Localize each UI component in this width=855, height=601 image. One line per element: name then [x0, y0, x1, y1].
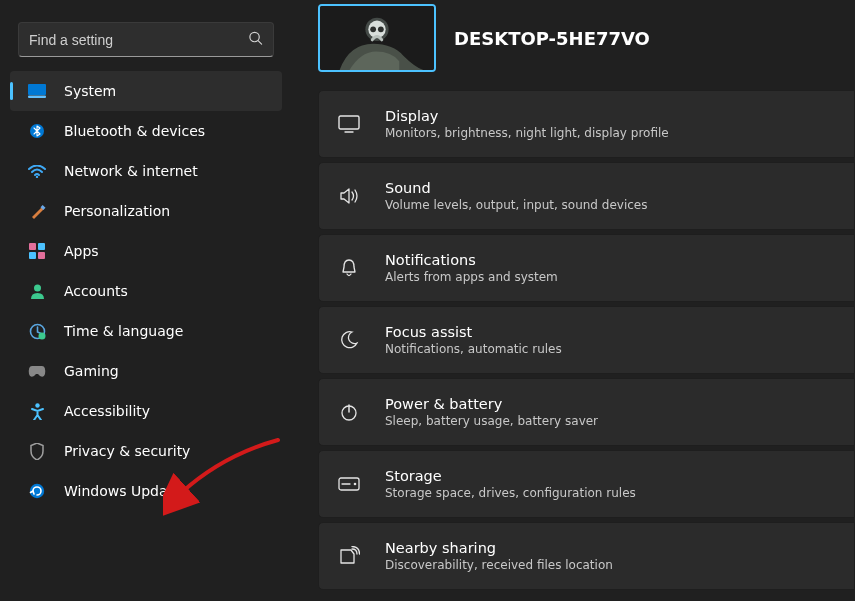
sidebar-item-personalization[interactable]: Personalization: [10, 191, 282, 231]
card-storage[interactable]: Storage Storage space, drives, configura…: [318, 450, 855, 518]
card-subtitle: Alerts from apps and system: [385, 269, 558, 285]
svg-rect-10: [38, 252, 45, 259]
card-power-battery[interactable]: Power & battery Sleep, battery usage, ba…: [318, 378, 855, 446]
svg-point-0: [250, 32, 259, 41]
card-subtitle: Volume levels, output, input, sound devi…: [385, 197, 647, 213]
card-subtitle: Monitors, brightness, night light, displ…: [385, 125, 669, 141]
svg-point-14: [35, 403, 39, 407]
nearby-share-icon: [331, 546, 367, 566]
sidebar-item-windows-update[interactable]: Windows Update: [10, 471, 282, 511]
sidebar-item-label: Gaming: [64, 363, 119, 379]
card-sound[interactable]: Sound Volume levels, output, input, soun…: [318, 162, 855, 230]
card-title: Focus assist: [385, 323, 562, 341]
sidebar-item-label: Accounts: [64, 283, 128, 299]
sidebar-item-label: System: [64, 83, 116, 99]
card-display[interactable]: Display Monitors, brightness, night ligh…: [318, 90, 855, 158]
card-subtitle: Sleep, battery usage, battery saver: [385, 413, 598, 429]
svg-rect-2: [28, 84, 46, 95]
svg-point-20: [378, 26, 384, 32]
display-icon: [331, 115, 367, 133]
svg-rect-7: [29, 243, 36, 250]
svg-rect-21: [339, 116, 359, 129]
card-subtitle: Discoverability, received files location: [385, 557, 613, 573]
sidebar-item-label: Windows Update: [64, 483, 182, 499]
svg-point-19: [370, 26, 376, 32]
sidebar-item-system[interactable]: System: [10, 71, 282, 111]
sidebar-item-gaming[interactable]: Gaming: [10, 351, 282, 391]
svg-point-5: [36, 175, 38, 177]
svg-point-26: [354, 483, 357, 486]
system-card-list: Display Monitors, brightness, night ligh…: [318, 90, 855, 590]
sidebar-item-accessibility[interactable]: Accessibility: [10, 391, 282, 431]
search-input-wrap[interactable]: [18, 22, 274, 57]
system-icon: [28, 82, 46, 100]
sidebar-item-time-language[interactable]: Time & language: [10, 311, 282, 351]
sidebar-item-privacy[interactable]: Privacy & security: [10, 431, 282, 471]
sidebar-item-label: Accessibility: [64, 403, 150, 419]
sidebar-item-label: Privacy & security: [64, 443, 190, 459]
wifi-icon: [28, 162, 46, 180]
card-title: Notifications: [385, 251, 558, 269]
search-icon: [248, 30, 263, 49]
bluetooth-icon: [28, 122, 46, 140]
svg-rect-8: [38, 243, 45, 250]
update-icon: [28, 482, 46, 500]
sidebar-item-bluetooth[interactable]: Bluetooth & devices: [10, 111, 282, 151]
card-title: Nearby sharing: [385, 539, 613, 557]
svg-point-11: [34, 285, 41, 292]
sidebar-item-network[interactable]: Network & internet: [10, 151, 282, 191]
svg-rect-3: [28, 96, 46, 99]
accessibility-icon: [28, 402, 46, 420]
apps-icon: [28, 242, 46, 260]
pc-name: DESKTOP-5HE77VO: [454, 28, 650, 49]
main-content: DESKTOP-5HE77VO Display Monitors, bright…: [290, 0, 855, 601]
card-title: Power & battery: [385, 395, 598, 413]
person-icon: [28, 282, 46, 300]
desktop-wallpaper-tile[interactable]: [318, 4, 436, 72]
system-header: DESKTOP-5HE77VO: [318, 0, 855, 90]
search-input[interactable]: [29, 32, 237, 48]
sidebar-item-label: Personalization: [64, 203, 170, 219]
svg-rect-9: [29, 252, 36, 259]
card-focus-assist[interactable]: Focus assist Notifications, automatic ru…: [318, 306, 855, 374]
card-title: Sound: [385, 179, 647, 197]
clock-globe-icon: [28, 322, 46, 340]
card-title: Display: [385, 107, 669, 125]
gaming-icon: [28, 362, 46, 380]
sidebar-item-label: Bluetooth & devices: [64, 123, 205, 139]
moon-icon: [331, 330, 367, 350]
card-nearby-sharing[interactable]: Nearby sharing Discoverability, received…: [318, 522, 855, 590]
sidebar-item-label: Time & language: [64, 323, 183, 339]
card-notifications[interactable]: Notifications Alerts from apps and syste…: [318, 234, 855, 302]
sidebar-item-label: Apps: [64, 243, 99, 259]
sidebar: System Bluetooth & devices Network & int…: [0, 0, 290, 601]
paintbrush-icon: [28, 202, 46, 220]
sidebar-nav: System Bluetooth & devices Network & int…: [10, 71, 282, 511]
card-title: Storage: [385, 467, 636, 485]
shield-icon: [28, 442, 46, 460]
bell-icon: [331, 258, 367, 278]
sidebar-item-accounts[interactable]: Accounts: [10, 271, 282, 311]
sidebar-item-label: Network & internet: [64, 163, 198, 179]
storage-icon: [331, 477, 367, 491]
card-subtitle: Storage space, drives, configuration rul…: [385, 485, 636, 501]
card-subtitle: Notifications, automatic rules: [385, 341, 562, 357]
svg-point-13: [38, 332, 45, 339]
sound-icon: [331, 187, 367, 205]
power-icon: [331, 402, 367, 422]
svg-line-1: [258, 40, 261, 43]
sidebar-item-apps[interactable]: Apps: [10, 231, 282, 271]
